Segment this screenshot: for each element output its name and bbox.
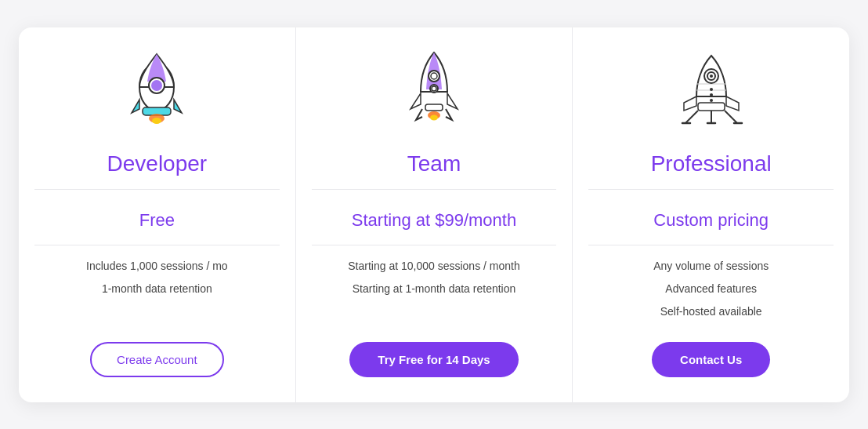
feature-item: Any volume of sessions <box>653 258 769 274</box>
feature-item: Advanced features <box>665 281 757 297</box>
plan-price-professional: Custom pricing <box>588 196 834 245</box>
plan-name-team: Team <box>312 142 557 190</box>
svg-point-6 <box>429 71 439 82</box>
plan-features-developer: Includes 1,000 sessions / mo 1-month dat… <box>86 258 228 320</box>
svg-point-19 <box>710 88 713 91</box>
svg-point-21 <box>710 99 713 102</box>
plan-name-developer: Developer <box>34 142 280 190</box>
plan-features-team: Starting at 10,000 sessions / month Star… <box>348 258 519 320</box>
svg-point-5 <box>152 118 161 124</box>
pricing-container: Developer Free Includes 1,000 sessions /… <box>19 27 849 402</box>
feature-item: 1-month data retention <box>102 281 212 297</box>
plan-name-professional: Professional <box>588 142 834 190</box>
contact-us-button[interactable]: Contact Us <box>652 342 770 377</box>
svg-point-20 <box>710 93 713 96</box>
svg-rect-18 <box>698 103 725 111</box>
plan-cta-developer: Create Account <box>90 342 224 377</box>
try-free-button[interactable]: Try Free for 14 Days <box>349 342 518 377</box>
plan-card-developer: Developer Free Includes 1,000 sessions /… <box>19 27 296 402</box>
svg-point-12 <box>430 115 438 120</box>
feature-item: Includes 1,000 sessions / mo <box>86 258 228 274</box>
rocket-icon-professional <box>668 46 754 133</box>
feature-item: Self-hosted available <box>660 304 762 320</box>
create-account-button[interactable]: Create Account <box>90 342 224 377</box>
svg-point-2 <box>151 80 162 91</box>
plan-price-developer: Free <box>34 196 280 245</box>
rocket-icon-team <box>391 46 477 133</box>
plan-card-team: Team Starting at $99/month Starting at 1… <box>296 27 573 402</box>
plan-cta-team: Try Free for 14 Days <box>349 342 518 377</box>
svg-rect-10 <box>425 104 443 111</box>
rocket-icon-developer <box>114 46 200 133</box>
svg-point-17 <box>710 75 713 78</box>
feature-item: Starting at 1-month data retention <box>353 281 516 297</box>
plan-cta-professional: Contact Us <box>652 342 770 377</box>
plan-price-team: Starting at $99/month <box>312 196 557 245</box>
plan-card-professional: Professional Custom pricing Any volume o… <box>573 27 849 402</box>
feature-item: Starting at 10,000 sessions / month <box>348 258 519 274</box>
plan-features-professional: Any volume of sessions Advanced features… <box>653 258 769 320</box>
